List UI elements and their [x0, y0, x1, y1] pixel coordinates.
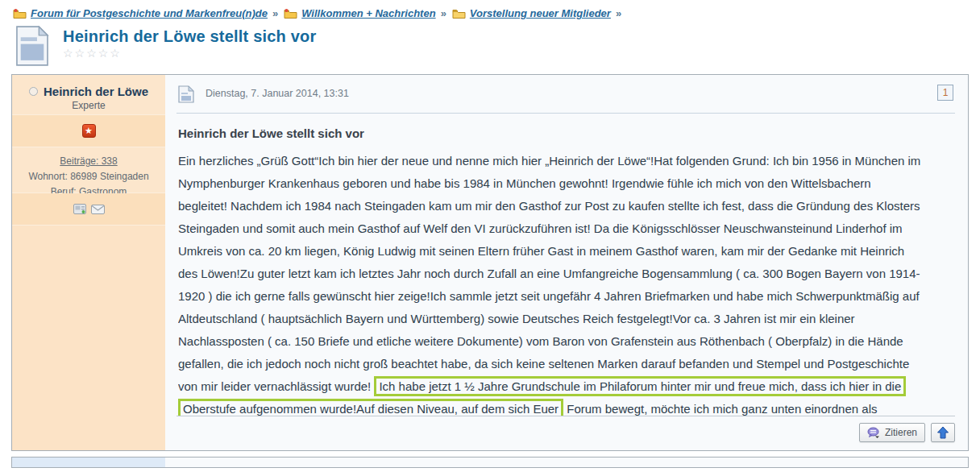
breadcrumb-item: Vorstellung neuer Mitglieder »	[452, 7, 622, 19]
post-document-icon	[178, 85, 194, 103]
folder-icon	[452, 8, 466, 19]
breadcrumb-separator: »	[272, 7, 279, 19]
breadcrumb-separator: »	[615, 7, 622, 19]
author-sidebar: Heinrich der Löwe Experte ★ Beiträge: 33…	[12, 75, 165, 450]
email-icon[interactable]	[91, 205, 105, 214]
breadcrumb-link-category[interactable]: Willkommen + Nachrichten	[301, 7, 435, 19]
post-number-link[interactable]: 1	[937, 85, 953, 101]
author-contact-cell	[12, 193, 165, 226]
folder-new-icon	[13, 8, 27, 19]
post-timestamp: Dienstag, 7. Januar 2014, 13:31	[206, 85, 926, 99]
sidebar-filler	[12, 226, 165, 450]
post-footer: Zitieren	[176, 416, 955, 442]
star-empty-icon: ☆	[98, 47, 110, 60]
folder-new-icon	[284, 8, 297, 19]
breadcrumb-link-board[interactable]: Vorstellung neuer Mitglieder	[470, 7, 611, 19]
author-location: Wohnort: 86989 Steingaden	[15, 169, 162, 184]
thread-rating-stars[interactable]: ☆☆☆☆☆	[63, 48, 316, 58]
post-header: Dienstag, 7. Januar 2014, 13:31 1	[176, 83, 955, 114]
breadcrumb-item: Forum für Postgeschichte und Markenfreu(…	[13, 7, 279, 19]
post-container: Heinrich der Löwe Experte ★ Beiträge: 33…	[11, 74, 969, 451]
up-arrow-icon	[936, 426, 949, 439]
author-name[interactable]: Heinrich der Löwe	[44, 85, 148, 98]
author-posts-link[interactable]: Beiträge: 338	[60, 155, 117, 167]
post-title: Heinrich der Löwe stellt sich vor	[178, 126, 953, 140]
breadcrumb-separator: »	[440, 7, 447, 19]
author-info-cell: Heinrich der Löwe Experte	[12, 75, 165, 115]
author-stats-cell: Beiträge: 338 Wohnort: 86989 Steingaden …	[12, 147, 165, 193]
thread-document-icon	[15, 26, 50, 66]
next-post-sidebar	[12, 458, 165, 467]
post-text-segment: Ein herzliches „Grüß Gott“Ich bin hier d…	[178, 154, 920, 393]
red-star-badge-icon: ★	[82, 124, 96, 138]
author-rank: Experte	[15, 100, 162, 111]
next-post-container	[11, 457, 969, 468]
quote-button-label: Zitieren	[885, 427, 917, 438]
quote-button[interactable]: Zitieren	[859, 423, 925, 442]
next-post-main	[165, 458, 968, 467]
quote-bubble-icon	[867, 427, 880, 438]
page-title: Heinrich der Löwe stellt sich vor	[63, 27, 316, 46]
post-main: Dienstag, 7. Januar 2014, 13:31 1 Heinri…	[165, 75, 968, 450]
breadcrumb-link-forum[interactable]: Forum für Postgeschichte und Markenfreu(…	[31, 7, 268, 19]
scroll-to-top-button[interactable]	[931, 423, 955, 442]
breadcrumb: Forum für Postgeschichte und Markenfreu(…	[0, 0, 980, 19]
offline-status-icon	[29, 87, 38, 96]
star-empty-icon: ☆	[63, 47, 75, 60]
post-body-text: Ein herzliches „Grüß Gott“Ich bin hier d…	[178, 150, 953, 416]
thread-title-block: Heinrich der Löwe stellt sich vor ☆☆☆☆☆	[0, 19, 980, 69]
profile-card-icon[interactable]	[73, 204, 86, 214]
star-empty-icon: ☆	[75, 47, 87, 60]
breadcrumb-item: Willkommen + Nachrichten »	[284, 7, 447, 19]
author-badge-cell: ★	[12, 115, 165, 147]
star-empty-icon: ☆	[110, 47, 122, 60]
star-empty-icon: ☆	[86, 47, 98, 60]
